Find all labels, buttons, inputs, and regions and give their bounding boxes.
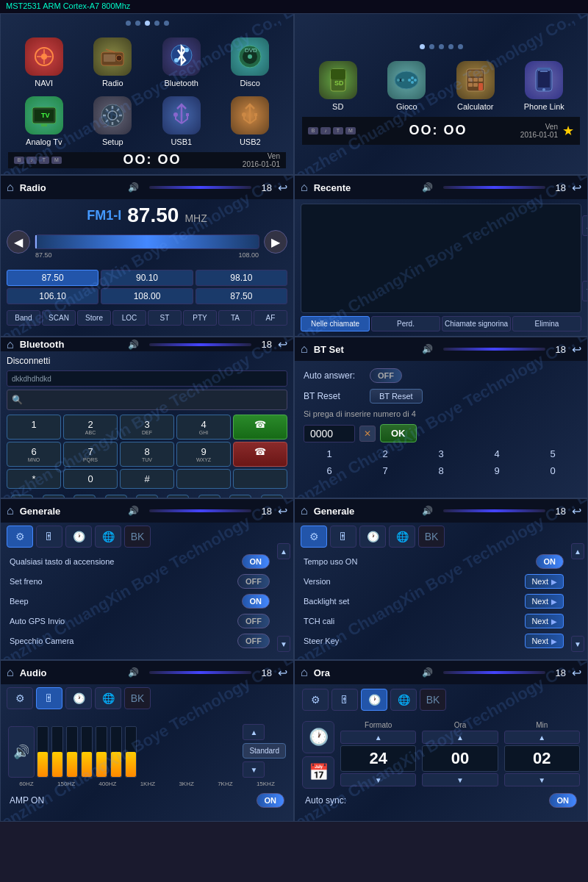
- eq-scroll-up[interactable]: ▲: [243, 724, 265, 740]
- ora-icon-bk[interactable]: BK: [420, 689, 446, 711]
- eq-bar-track-150hz[interactable]: [51, 726, 63, 778]
- recente-vol-icon[interactable]: 🔊: [422, 182, 433, 193]
- btset-num-1[interactable]: 1: [326, 448, 331, 459]
- radio-back-icon[interactable]: ↩: [278, 181, 287, 195]
- btset-num-4[interactable]: 4: [494, 448, 499, 459]
- recente-tab-elimina[interactable]: Elimina: [512, 316, 581, 331]
- ora-ora-up[interactable]: ▲: [422, 731, 498, 744]
- radio-preset-3[interactable]: 98.10: [196, 270, 287, 286]
- audio-vol-ctrl[interactable]: 🔊: [8, 726, 35, 778]
- radio-btn-pty[interactable]: PTY: [183, 310, 217, 326]
- bt-key-empty2[interactable]: [233, 469, 287, 489]
- gen-right-vol-icon[interactable]: 🔊: [422, 506, 433, 516]
- btset-reset-button[interactable]: BT Reset: [370, 389, 423, 404]
- gen-left-home-icon[interactable]: ⌂: [7, 504, 14, 517]
- ora-icon-clock[interactable]: 🕐: [361, 689, 387, 711]
- radio-vol-icon[interactable]: 🔊: [128, 182, 139, 193]
- btset-num-7[interactable]: 7: [382, 465, 387, 476]
- eq-bar-track-7khz[interactable]: [110, 726, 122, 778]
- eq-bar-track-1khz[interactable]: [81, 726, 93, 778]
- ora-calendar-button[interactable]: 📅: [302, 756, 334, 789]
- app-icon-disco[interactable]: DVD Disco: [218, 35, 284, 90]
- btset-back-icon[interactable]: ↩: [572, 343, 581, 356]
- radio-preset-5[interactable]: 108.00: [101, 288, 193, 304]
- ora-icon-settings[interactable]: ⚙: [302, 689, 329, 711]
- bt-key-1[interactable]: 1: [7, 415, 61, 440]
- gen-toggle-gps[interactable]: OFF: [237, 614, 270, 628]
- ora-sync-toggle[interactable]: ON: [549, 793, 578, 808]
- app-icon-calc[interactable]: Calculator: [442, 58, 509, 114]
- btset-clear-button[interactable]: ✕: [359, 426, 376, 442]
- radio-btn-af[interactable]: AF: [254, 310, 287, 326]
- btset-num-6[interactable]: 6: [326, 465, 331, 476]
- radio-preset-2[interactable]: 90.10: [101, 270, 193, 286]
- radio-preset-4[interactable]: 106.10: [7, 288, 98, 304]
- bt-key-3[interactable]: 3DEF: [120, 415, 174, 440]
- bt-key-0[interactable]: 0: [63, 469, 118, 489]
- bt-key-8[interactable]: 8TUV: [120, 442, 174, 467]
- audio-icon-bk[interactable]: BK: [124, 687, 151, 709]
- radio-btn-st[interactable]: ST: [148, 310, 182, 326]
- ora-formato-down[interactable]: ▼: [340, 773, 416, 786]
- gen-right-scroll-up[interactable]: ▲: [571, 543, 584, 559]
- eq-scroll-down[interactable]: ▼: [243, 761, 265, 778]
- radio-slider[interactable]: 87.50 108.00: [35, 234, 259, 249]
- recente-tab-perd[interactable]: Perd.: [371, 316, 440, 331]
- eq-bar-track-400hz[interactable]: [66, 726, 78, 778]
- gen-next-steer[interactable]: Next ▶: [525, 634, 564, 648]
- bt-key-7[interactable]: 7PQRS: [63, 442, 118, 467]
- bt-disconnetti-label[interactable]: Disconnetti: [7, 356, 287, 366]
- ora-ora-down[interactable]: ▼: [422, 773, 498, 786]
- bt-key-empty1[interactable]: [176, 469, 231, 489]
- gen-right-icon-globe[interactable]: 🌐: [389, 526, 415, 548]
- app-icon-radio[interactable]: Radio: [80, 35, 146, 90]
- audio-back-icon[interactable]: ↩: [278, 666, 287, 680]
- btset-ok-button[interactable]: OK: [380, 424, 417, 442]
- radio-btn-store[interactable]: Store: [77, 310, 111, 326]
- ora-min-up[interactable]: ▲: [504, 731, 580, 744]
- btset-num-0[interactable]: 0: [550, 465, 555, 476]
- btset-num-2[interactable]: 2: [382, 448, 387, 459]
- gen-right-icon-bk[interactable]: BK: [418, 526, 445, 548]
- recente-scroll-up[interactable]: ▲: [582, 215, 588, 236]
- audio-icon-settings[interactable]: ⚙: [7, 687, 33, 709]
- recente-home-icon[interactable]: ⌂: [301, 181, 308, 194]
- gen-right-home-icon[interactable]: ⌂: [301, 504, 308, 517]
- bt-key-9[interactable]: 9WXYZ: [176, 442, 231, 467]
- gen-left-icon-clock[interactable]: 🕐: [65, 526, 92, 548]
- gen-right-scroll-down[interactable]: ▼: [571, 636, 584, 652]
- radio-preset-1[interactable]: 87.50: [7, 270, 98, 286]
- bt-vol-slider[interactable]: [149, 343, 251, 346]
- audio-icon-globe[interactable]: 🌐: [95, 687, 121, 709]
- app-icon-usb2[interactable]: USB2: [218, 93, 284, 149]
- radio-btn-band[interactable]: Band: [7, 310, 40, 326]
- star-icon[interactable]: ★: [562, 123, 574, 139]
- audio-icon-eq[interactable]: 🎚: [36, 687, 62, 709]
- ora-back-icon[interactable]: ↩: [572, 666, 581, 680]
- ora-min-down[interactable]: ▼: [504, 773, 580, 786]
- btset-num-9[interactable]: 9: [494, 465, 499, 476]
- app-icon-setup[interactable]: Setup: [80, 93, 146, 149]
- recente-vol-slider[interactable]: [443, 186, 545, 189]
- gen-toggle-accensione[interactable]: ON: [242, 554, 270, 569]
- recente-tab-nelle[interactable]: Nelle chiamate: [301, 316, 370, 331]
- recente-scroll-down[interactable]: ▼: [582, 281, 588, 301]
- gen-left-icon-eq[interactable]: 🎚: [36, 526, 62, 548]
- bt-key-call-red[interactable]: ☎: [233, 442, 287, 467]
- radio-btn-ta[interactable]: TA: [218, 310, 252, 326]
- gen-next-tch[interactable]: Next ▶: [525, 614, 564, 628]
- gen-left-icon-globe[interactable]: 🌐: [95, 526, 121, 548]
- gen-left-icon-settings[interactable]: ⚙: [7, 526, 33, 548]
- bt-back-icon[interactable]: ↩: [278, 337, 287, 351]
- gen-right-icon-eq[interactable]: 🎚: [330, 526, 356, 548]
- radio-home-icon[interactable]: ⌂: [7, 181, 14, 194]
- gen-next-version[interactable]: Next ▶: [525, 574, 564, 589]
- audio-amp-toggle[interactable]: ON: [257, 793, 285, 808]
- ora-formato-up[interactable]: ▲: [340, 731, 416, 744]
- audio-vol-icon[interactable]: 🔊: [128, 667, 139, 678]
- gen-toggle-tempo[interactable]: ON: [536, 554, 564, 569]
- ora-clock-button[interactable]: 🕐: [302, 721, 334, 753]
- gen-next-backlight[interactable]: Next ▶: [525, 594, 564, 609]
- ora-home-icon[interactable]: ⌂: [301, 666, 308, 679]
- gen-left-scroll-up[interactable]: ▲: [277, 543, 290, 559]
